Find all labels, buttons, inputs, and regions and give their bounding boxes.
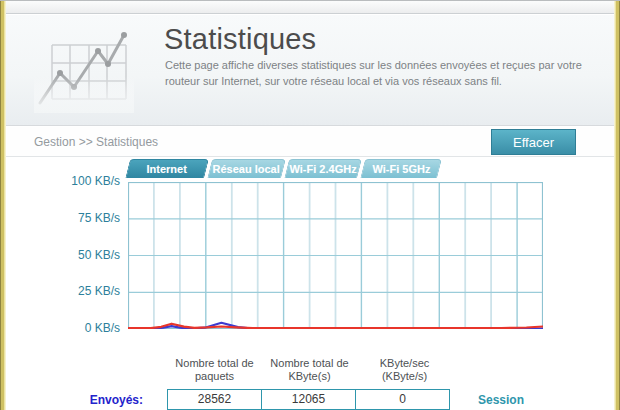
y-tick-100: 100 KB/s: [38, 174, 120, 189]
cell-kbyte-per-sec: 0: [355, 389, 450, 410]
cell-total-kbytes: 12065: [261, 389, 356, 410]
traffic-chart-svg: [128, 182, 543, 329]
y-tick-0: 0 KB/s: [38, 321, 120, 336]
session-label: Session: [478, 393, 524, 407]
header-total-packets: Nombre total de paquets: [167, 350, 262, 387]
header-total-kbytes: Nombre total de KByte(s): [262, 350, 357, 387]
page-border-right: [614, 1, 620, 410]
tab-reseau-local[interactable]: Réseau local: [207, 159, 286, 178]
tab-wifi-5ghz-label: Wi-Fi 5GHz: [372, 163, 430, 175]
clear-button[interactable]: Effacer: [491, 129, 576, 155]
router-admin-page: Statistiques Cette page affiche diverses…: [0, 0, 620, 410]
y-tick-75: 75 KB/s: [38, 211, 120, 226]
header-kbyte-per-sec: KByte/sec (KByte/s): [357, 350, 452, 387]
y-tick-50: 50 KB/s: [38, 248, 120, 263]
tab-internet-label: Internet: [147, 163, 187, 175]
cell-total-packets: 28562: [167, 389, 262, 410]
y-axis-labels: 100 KB/s 75 KB/s 50 KB/s 25 KB/s 0 KB/s: [38, 174, 120, 336]
stats-table-headers: Nombre total de paquets Nombre total de …: [167, 350, 452, 387]
line-chart-icon: [34, 31, 134, 117]
tab-bar: Internet Réseau local Wi-Fi 2.4GHz Wi-Fi…: [130, 159, 445, 178]
page-description: Cette page affiche diverses statistiques…: [165, 58, 595, 90]
breadcrumb-bar: Gestion >> Statistiques Effacer: [6, 127, 614, 157]
top-chrome-bar: [6, 1, 614, 14]
tab-internet[interactable]: Internet: [125, 159, 209, 178]
page-title: Statistiques: [164, 23, 316, 56]
tab-wifi-24ghz[interactable]: Wi-Fi 2.4GHz: [284, 159, 362, 178]
page-border-left: [0, 1, 6, 410]
tab-reseau-local-label: Réseau local: [213, 163, 280, 175]
row-label-envoyes: Envoyés:: [50, 393, 143, 407]
traffic-chart: [128, 182, 543, 329]
tab-wifi-24ghz-label: Wi-Fi 2.4GHz: [289, 163, 356, 175]
breadcrumb: Gestion >> Statistiques: [34, 135, 158, 149]
y-tick-25: 25 KB/s: [38, 284, 120, 299]
table-row: 28562 12065 0: [167, 389, 450, 410]
tab-wifi-5ghz[interactable]: Wi-Fi 5GHz: [360, 159, 442, 178]
